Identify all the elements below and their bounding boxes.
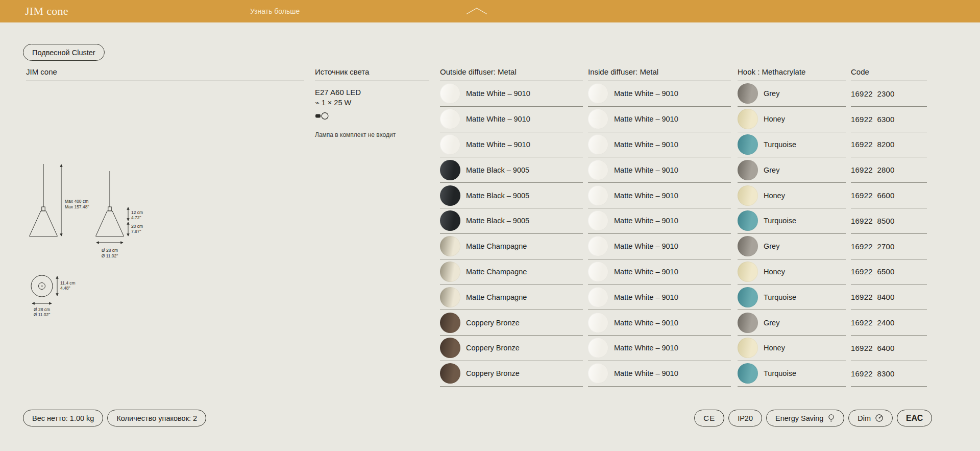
outside-label: Matte White – 9010 [466, 115, 530, 123]
dim-body-height-in: 7.87" [131, 229, 141, 234]
code-value: 16922 2300 [851, 89, 895, 98]
inside-diffuser-column-header: Inside diffuser: Metal [588, 68, 731, 81]
energy-saving-badge: Energy Saving [766, 410, 844, 426]
inside-label: Matte White – 9010 [614, 242, 678, 250]
hook-label: Grey [764, 166, 779, 174]
dim-cone-diameter-in: Ø 11.02" [102, 253, 118, 258]
code-value: 16922 6500 [851, 267, 895, 276]
column-light-source: Источник света E27 A60 LED ⌁ 1 × 25 W Ла… [315, 68, 429, 138]
inside-label: Matte White – 9010 [614, 140, 678, 149]
column-inside-diffuser: Inside diffuser: Metal Matte White – 901… [588, 68, 731, 387]
hook-label: Honey [764, 344, 785, 352]
outside-swatch [440, 236, 460, 256]
table-row: Matte White – 9010 [588, 259, 731, 285]
top-bar: JIM cone Узнать больше [0, 0, 980, 22]
code-value: 16922 6400 [851, 344, 895, 352]
inside-label: Matte White – 9010 [614, 344, 678, 352]
collapse-chevron-icon[interactable] [465, 7, 488, 15]
dimension-drawing: Max 400 cm Max 157.48" 12 cm 4.72" 20 cm… [28, 161, 161, 319]
energy-saving-label: Energy Saving [775, 414, 823, 422]
inside-label: Matte White – 9010 [614, 319, 678, 327]
table-row: 16922 2300 [851, 81, 927, 107]
table-row: Honey [738, 259, 846, 285]
table-row: 16922 6600 [851, 183, 927, 208]
outside-label: Matte Black – 9005 [466, 192, 529, 200]
outside-swatch [440, 160, 460, 180]
table-row: 16922 2700 [851, 234, 927, 259]
table-row: Honey [738, 107, 846, 132]
hook-label: Grey [764, 319, 779, 327]
brand-title: JIM cone [25, 5, 68, 18]
eac-label: EAC [906, 413, 923, 423]
lamp-type: E27 A60 LED [315, 88, 429, 97]
dim-body-height-cm: 20 cm [131, 224, 143, 229]
hook-label: Grey [764, 242, 779, 250]
table-row: Matte Champagne [440, 259, 583, 285]
hook-column-header: Hook : Methacrylate [738, 68, 846, 81]
outside-label: Coppery Bronze [466, 319, 520, 327]
light-source-column-header: Источник света [315, 68, 429, 81]
inside-swatch [588, 236, 608, 256]
code-value: 16922 6600 [851, 191, 895, 200]
code-value: 16922 2800 [851, 165, 895, 174]
table-row: Matte White – 9010 [588, 183, 731, 208]
outside-swatch [440, 83, 460, 104]
hook-label: Turquoise [764, 140, 796, 149]
outside-label: Matte White – 9010 [466, 89, 530, 98]
dim-canopy-diameter-in: Ø 11.02" [34, 312, 51, 317]
energy-bulb-icon [827, 414, 835, 422]
ce-label: CE [703, 414, 715, 422]
table-row: Grey [738, 234, 846, 259]
dim-top-height-cm: 12 cm [131, 210, 143, 215]
hook-swatch [738, 109, 758, 129]
hook-swatch [738, 338, 758, 358]
table-row: Matte White – 9010 [440, 107, 583, 132]
table-row: Coppery Bronze [440, 361, 583, 387]
ip20-label: IP20 [738, 414, 753, 422]
inside-swatch [588, 160, 608, 180]
table-row: Matte White – 9010 [588, 157, 731, 183]
table-row: Matte White – 9010 [588, 310, 731, 336]
outside-swatch [440, 313, 460, 333]
table-row: 16922 8500 [851, 208, 927, 234]
outside-swatch [440, 134, 460, 155]
inside-label: Matte White – 9010 [614, 166, 678, 174]
table-row: Matte Black – 9005 [440, 208, 583, 234]
table-row: Matte White – 9010 [588, 361, 731, 387]
code-column-header: Code [851, 68, 927, 81]
table-row: 16922 6400 [851, 336, 927, 361]
table-row: 16922 6300 [851, 107, 927, 132]
hook-swatch [738, 262, 758, 282]
table-row: Grey [738, 157, 846, 183]
table-row: Turquoise [738, 208, 846, 234]
ce-badge: CE [694, 410, 724, 426]
table-row: Matte Champagne [440, 234, 583, 259]
net-weight-pill: Вес нетто: 1.00 kg [23, 410, 103, 426]
table-row: Honey [738, 183, 846, 208]
dim-canopy-diameter-cm: Ø 28 cm [34, 307, 50, 312]
table-row: Coppery Bronze [440, 336, 583, 361]
product-column-header: JIM cone [26, 68, 304, 81]
package-count-pill: Количество упаковок: 2 [107, 410, 206, 426]
inside-swatch [588, 262, 608, 282]
column-outside-diffuser: Outside diffuser: Metal Matte White – 90… [440, 68, 583, 387]
inside-label: Matte White – 9010 [614, 369, 678, 377]
outside-label: Matte Black – 9005 [466, 217, 529, 225]
outside-label: Matte Champagne [466, 268, 527, 276]
lamp-side-view-2 [96, 171, 124, 236]
ip20-badge: IP20 [728, 410, 762, 426]
certification-badges: CE IP20 Energy Saving Dim EAC [694, 410, 932, 426]
inside-swatch [588, 134, 608, 155]
learn-more-link[interactable]: Узнать больше [250, 7, 300, 15]
hook-label: Honey [764, 192, 785, 200]
code-value: 16922 8400 [851, 293, 895, 301]
lamp-side-view-1 [30, 164, 58, 236]
outside-swatch [440, 287, 460, 307]
table-row: 16922 2800 [851, 157, 927, 183]
outside-label: Matte Champagne [466, 242, 527, 250]
variant-pill-pendant-cluster[interactable]: Подвесной Cluster [23, 44, 105, 61]
outside-swatch [440, 185, 460, 206]
outside-swatch [440, 363, 460, 384]
table-row: Matte Black – 9005 [440, 183, 583, 208]
inside-swatch [588, 83, 608, 104]
